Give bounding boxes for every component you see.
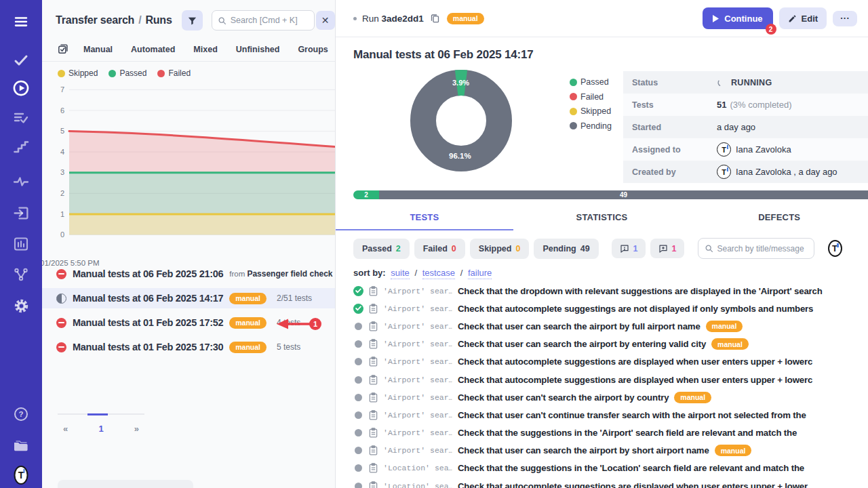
legend-pending[interactable]: Pending xyxy=(570,121,612,131)
test-row[interactable]: 'Airport' sear… Check that autocomplete … xyxy=(353,300,868,317)
breadcrumb-project[interactable]: Transfer search xyxy=(56,14,134,26)
tab-statistics[interactable]: STATISTICS xyxy=(513,206,691,230)
test-row[interactable]: 'Location' sea… Check that the suggestio… xyxy=(353,460,868,477)
test-row[interactable]: 'Airport' sear… Check that autocomplete … xyxy=(353,353,868,371)
sidebar-item-milestones[interactable] xyxy=(12,266,30,283)
edit-button[interactable]: Edit xyxy=(779,7,827,29)
filter-pending-button[interactable]: Pending49 xyxy=(534,239,598,259)
tab-unfinished[interactable]: Unfinished xyxy=(236,45,280,54)
info-row-tests: Tests 51(3% completed) xyxy=(623,94,868,116)
sort-by-failure[interactable]: failure xyxy=(468,268,492,279)
test-row[interactable]: 'Airport' sear… Check that the suggestio… xyxy=(353,424,868,442)
comment-alert-icon xyxy=(619,243,630,253)
legend-skipped[interactable]: Skipped xyxy=(570,106,612,116)
legend-passed[interactable]: Passed xyxy=(108,68,146,78)
sidebar-item-shared-steps[interactable] xyxy=(12,138,30,156)
svg-text:96.1%: 96.1% xyxy=(449,152,471,160)
ellipsis-icon: ... xyxy=(840,14,850,18)
testcase-icon xyxy=(369,357,378,367)
test-title: Check that autocomplete suggestions are … xyxy=(458,375,812,385)
run-row[interactable]: Manual tests at 01 Feb 2025 17:30 manual… xyxy=(42,337,335,357)
more-button[interactable]: ... xyxy=(833,11,857,26)
legend-failed[interactable]: Failed xyxy=(157,68,191,78)
manual-badge: manual xyxy=(706,321,743,332)
tab-defects[interactable]: DEFECTS xyxy=(690,206,868,230)
run-detail-tabs: TESTS STATISTICS DEFECTS xyxy=(336,206,868,230)
creator-avatar[interactable]: T xyxy=(717,165,731,179)
pagination-prev[interactable]: « xyxy=(63,424,68,434)
comment-plus-icon xyxy=(658,243,669,253)
test-title: Check that user can't search the airport… xyxy=(458,392,669,403)
user-avatar[interactable]: T xyxy=(12,465,31,485)
comments-filter-button[interactable]: 1 xyxy=(612,239,646,258)
sort-by-suite[interactable]: suite xyxy=(391,268,409,279)
pending-status-icon xyxy=(355,394,362,401)
tab-automated[interactable]: Automated xyxy=(131,45,175,54)
filter-button[interactable] xyxy=(182,10,203,30)
sidebar-item-settings[interactable] xyxy=(12,297,30,314)
test-title: Check that user can't continue transfer … xyxy=(458,410,806,420)
sidebar-item-test-cases[interactable] xyxy=(12,52,30,69)
filter-passed-button[interactable]: Passed2 xyxy=(353,239,410,259)
test-row[interactable]: 'Airport' sear… Check that user can sear… xyxy=(353,336,868,353)
pending-status-icon xyxy=(355,376,362,384)
legend-passed[interactable]: Passed xyxy=(570,77,612,87)
pagination: « 1 » xyxy=(58,413,144,434)
tab-mixed[interactable]: Mixed xyxy=(193,45,217,54)
test-row[interactable]: 'Airport' sear… Check that user can sear… xyxy=(353,317,868,335)
test-row[interactable]: 'Airport' sear… Check that the dropdown … xyxy=(353,282,868,300)
test-suite: 'Airport' sear… xyxy=(383,446,452,455)
run-row-selected[interactable]: Manual tests at 06 Feb 2025 14:17 manual… xyxy=(42,288,335,308)
svg-text:0: 0 xyxy=(60,230,64,239)
filter-failed-button[interactable]: Failed0 xyxy=(414,239,465,259)
test-row[interactable]: 'Location' sea… Check that autocomplete … xyxy=(353,477,868,488)
tests-search-input[interactable] xyxy=(717,244,807,253)
sidebar-item-reports[interactable] xyxy=(12,235,30,253)
sidebar-item-defects[interactable] xyxy=(12,173,30,190)
test-suite: 'Location' sea… xyxy=(383,464,452,472)
assignee-filter-avatar[interactable]: T xyxy=(828,240,842,257)
sidebar-item-test-plans[interactable] xyxy=(12,109,30,127)
tab-manual[interactable]: Manual xyxy=(83,45,113,54)
assignee-name: Iana Zavoloka xyxy=(736,144,791,155)
progress-remaining-segment: 49 xyxy=(379,190,868,199)
legend-failed[interactable]: Failed xyxy=(570,92,612,102)
testcase-icon xyxy=(369,339,378,349)
menu-icon[interactable] xyxy=(12,13,30,30)
breadcrumb-separator: / xyxy=(134,14,145,26)
pagination-page-1[interactable]: 1 xyxy=(98,424,103,434)
help-icon[interactable]: ? xyxy=(12,405,30,423)
sidebar-item-integrations[interactable] xyxy=(12,204,30,222)
test-row[interactable]: 'Airport' sear… Check that user can't se… xyxy=(353,388,868,406)
select-all-icon[interactable] xyxy=(57,43,68,55)
filter-skipped-button[interactable]: Skipped0 xyxy=(470,239,530,259)
test-suite: 'Airport' sear… xyxy=(383,428,452,437)
test-row[interactable]: 'Airport' sear… Check that autocomplete … xyxy=(353,371,868,388)
testcase-icon xyxy=(369,463,378,473)
tests-search-box xyxy=(698,238,814,259)
testcase-icon xyxy=(369,392,378,403)
run-title: Manual tests at 06 Feb 2025 21:06 xyxy=(73,268,223,279)
test-row[interactable]: 'Airport' sear… Check that user can't co… xyxy=(353,406,868,424)
close-search-button[interactable]: ✕ xyxy=(316,11,335,30)
sort-by-testcase[interactable]: testcase xyxy=(422,268,455,279)
continue-button[interactable]: Continue 2 xyxy=(703,7,772,29)
pagination-next[interactable]: » xyxy=(134,424,139,434)
test-suite: 'Airport' sear… xyxy=(383,304,452,313)
attachments-filter-button[interactable]: 1 xyxy=(650,239,684,258)
assignee-avatar[interactable]: T xyxy=(717,142,731,157)
runs-search-input[interactable] xyxy=(231,16,305,25)
legend-skipped[interactable]: Skipped xyxy=(58,68,98,78)
test-title: Check that user can search the airport b… xyxy=(458,445,709,455)
manual-badge: manual xyxy=(229,317,267,329)
projects-folder-icon[interactable] xyxy=(12,436,30,454)
sidebar-item-runs[interactable] xyxy=(12,79,30,97)
copy-icon[interactable] xyxy=(430,13,440,24)
test-suite: 'Airport' sear… xyxy=(383,357,452,366)
tab-tests[interactable]: TESTS xyxy=(336,206,513,230)
test-row[interactable]: 'Airport' sear… Check that user can sear… xyxy=(353,442,868,460)
run-from: from Passenger field check xyxy=(229,269,332,279)
tests-extra: (3% completed) xyxy=(730,100,791,110)
tab-groups[interactable]: Groups xyxy=(298,45,328,54)
test-suite: 'Airport' sear… xyxy=(383,322,452,331)
